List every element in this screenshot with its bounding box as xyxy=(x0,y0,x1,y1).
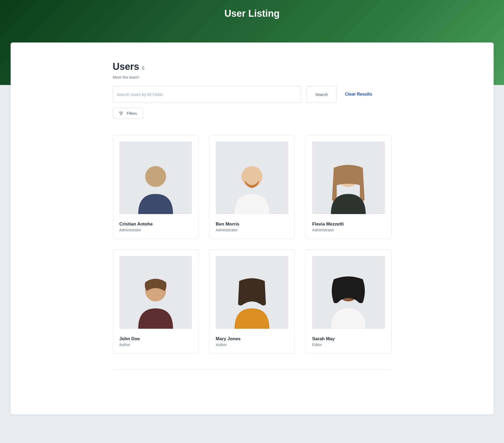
user-card[interactable]: Flavia Mezzetti Administrator xyxy=(305,135,391,239)
user-card[interactable]: Ben Morris Administrator xyxy=(209,135,295,239)
avatar xyxy=(216,256,288,329)
user-name: John Doe xyxy=(119,336,192,342)
svg-marker-0 xyxy=(119,112,123,115)
user-card[interactable]: Mary Jones Author xyxy=(209,249,295,353)
divider xyxy=(113,369,391,370)
user-role: Editor xyxy=(312,343,385,347)
user-role: Author xyxy=(119,343,192,347)
avatar xyxy=(119,256,192,329)
avatar xyxy=(312,142,385,214)
filters-button[interactable]: Filters xyxy=(113,108,143,119)
users-heading: Users xyxy=(113,61,139,72)
main-card: Users 6 Meet the team! Search Clear Resu… xyxy=(11,42,494,414)
user-name: Cristian Antohe xyxy=(119,222,192,227)
section-subtitle: Meet the team! xyxy=(113,75,391,79)
clear-results-link[interactable]: Clear Results xyxy=(345,92,372,97)
user-role: Administrator xyxy=(312,228,385,232)
heading-row: Users 6 xyxy=(113,61,391,72)
content-wrapper: Users 6 Meet the team! Search Clear Resu… xyxy=(107,61,397,370)
search-button[interactable]: Search xyxy=(307,86,337,103)
user-name: Ben Morris xyxy=(216,222,288,227)
avatar xyxy=(216,142,288,214)
search-row: Search Clear Results xyxy=(113,86,391,103)
svg-point-2 xyxy=(242,166,262,187)
filter-icon xyxy=(119,111,123,116)
user-name: Sarah May xyxy=(312,336,385,342)
filters-label: Filters xyxy=(127,111,137,116)
user-card[interactable]: Sarah May Editor xyxy=(305,249,391,353)
user-role: Administrator xyxy=(119,228,192,232)
user-role: Author xyxy=(216,343,288,347)
users-count: 6 xyxy=(142,66,145,71)
user-role: Administrator xyxy=(216,228,288,232)
avatar xyxy=(119,142,192,214)
svg-point-1 xyxy=(145,166,166,187)
avatar xyxy=(312,256,385,329)
user-name: Mary Jones xyxy=(216,336,288,342)
search-input[interactable] xyxy=(113,86,301,103)
hero-title: User Listing xyxy=(0,8,504,19)
user-name: Flavia Mezzetti xyxy=(312,222,385,227)
user-card[interactable]: Cristian Antohe Administrator xyxy=(113,135,199,239)
users-grid: Cristian Antohe Administrator Ben Morris… xyxy=(113,135,391,353)
user-card[interactable]: John Doe Author xyxy=(113,249,199,353)
